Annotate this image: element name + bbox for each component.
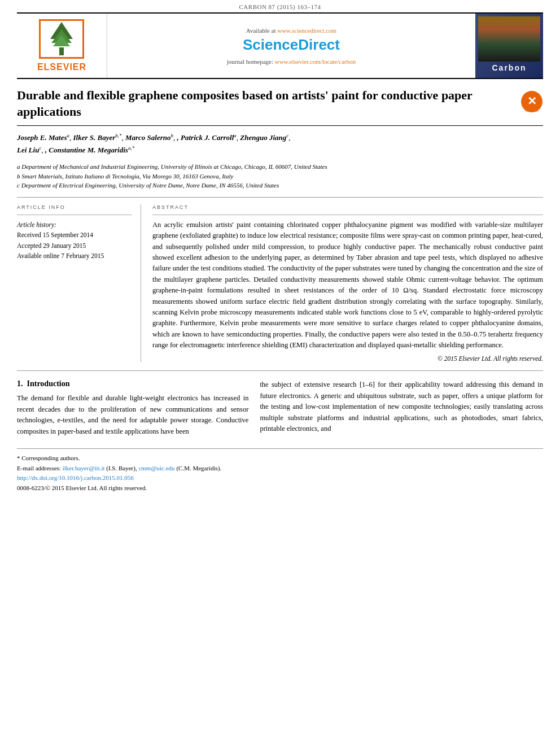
author-patrick-carroll: , Patrick J. Carroll bbox=[177, 134, 234, 142]
svg-text:CrossMark: CrossMark bbox=[525, 109, 539, 112]
main-col-right: the subject of extensive research [1–6] … bbox=[260, 379, 543, 437]
carbon-journal-cover: Carbon bbox=[475, 14, 543, 78]
crossmark-icon[interactable]: ✕ CrossMark bbox=[520, 90, 543, 113]
footer: * Corresponding authors. E-mail addresse… bbox=[17, 448, 543, 493]
journal-citation: CARBON 87 (2015) 163–174 bbox=[0, 0, 560, 12]
affiliation-b: b Smart Materials, Istituto Italiano di … bbox=[17, 172, 543, 181]
section-rule-1 bbox=[17, 215, 132, 215]
svg-text:✕: ✕ bbox=[527, 95, 537, 107]
affiliation-a: a Department of Mechanical and Industria… bbox=[17, 162, 543, 172]
received-date: Received 15 September 2014 bbox=[17, 230, 132, 240]
author-constantine-megaridis: , Constantine M. Megaridis bbox=[45, 146, 128, 155]
elsevier-logo-block: ELSEVIER bbox=[17, 14, 107, 78]
section1-left-body: The demand for flexible and durable ligh… bbox=[17, 393, 248, 437]
carbon-cover-photo bbox=[478, 16, 540, 62]
svg-rect-8 bbox=[82, 19, 84, 59]
author-ilker-bayer: Ilker S. Bayer bbox=[73, 134, 115, 142]
email-label: E-mail addresses: bbox=[17, 465, 61, 471]
abstract-text: An acrylic emulsion artists' paint conta… bbox=[152, 220, 543, 351]
available-at-text: Available at www.sciencedirect.com bbox=[246, 27, 336, 34]
section-rule-2 bbox=[152, 215, 543, 215]
accepted-date: Accepted 29 January 2015 bbox=[17, 241, 132, 251]
corresponding-note: * Corresponding authors. bbox=[17, 453, 543, 464]
svg-rect-7 bbox=[39, 19, 41, 59]
email2-link[interactable]: cmm@uic.edu bbox=[138, 465, 174, 471]
sciencedirect-url[interactable]: www.sciencedirect.com bbox=[277, 27, 336, 34]
section1-number: 1. bbox=[17, 379, 23, 388]
affil-sup-a2: a bbox=[234, 133, 237, 138]
authors-section: Joseph E. Matesa, Ilker S. Bayerb,*, Mar… bbox=[17, 132, 543, 156]
abstract-copyright: © 2015 Elsevier Ltd. All rights reserved… bbox=[152, 355, 543, 362]
abstract-heading: ABSTRACT bbox=[152, 204, 543, 210]
affil-sup-a3: a,* bbox=[128, 145, 134, 151]
email1-link[interactable]: ilker.bayer@iit.it bbox=[63, 465, 105, 471]
article-info-column: ARTICLE INFO Article history: Received 1… bbox=[17, 204, 141, 362]
issn-text: 0008-6223/© 2015 Elsevier Ltd. All right… bbox=[17, 483, 543, 493]
svg-rect-5 bbox=[39, 19, 84, 21]
email2-name: (C.M. Megaridis). bbox=[176, 465, 221, 471]
history-label: Article history: bbox=[17, 220, 132, 230]
author-joseph-mates: Joseph E. Mates bbox=[17, 134, 67, 142]
header-center: Available at www.sciencedirect.com Scien… bbox=[107, 14, 475, 78]
affiliation-c: c Department of Electrical Engineering, … bbox=[17, 181, 543, 190]
article-info-heading: ARTICLE INFO bbox=[17, 204, 132, 210]
email-addresses: E-mail addresses: ilker.bayer@iit.it (I.… bbox=[17, 464, 543, 474]
journal-header: ELSEVIER Available at www.sciencedirect.… bbox=[17, 12, 543, 79]
section1-title: 1. Introduction bbox=[17, 379, 248, 388]
affil-sup-c2: c bbox=[39, 145, 41, 151]
journal-homepage-text: journal homepage: www.elsevier.com/locat… bbox=[227, 58, 356, 65]
carbon-label: Carbon bbox=[492, 63, 527, 72]
carbon-cover-image: Carbon bbox=[475, 14, 543, 78]
elsevier-label: ELSEVIER bbox=[37, 62, 86, 72]
affil-sup-c1: c bbox=[286, 133, 288, 138]
article-title-section: Durable and flexible graphene composites… bbox=[17, 88, 543, 126]
svg-rect-1 bbox=[59, 47, 64, 55]
elsevier-logo: ELSEVIER bbox=[37, 19, 86, 72]
email1-name: (I.S. Bayer), bbox=[106, 465, 137, 471]
main-divider bbox=[17, 370, 543, 371]
article-info-abstract: ARTICLE INFO Article history: Received 1… bbox=[17, 204, 543, 362]
section1-title-text: Introduction bbox=[27, 379, 70, 388]
journal-homepage-url[interactable]: www.elsevier.com/locate/carbon bbox=[275, 58, 356, 65]
main-col-left: 1. Introduction The demand for flexible … bbox=[17, 379, 248, 437]
main-content: 1. Introduction The demand for flexible … bbox=[17, 379, 543, 437]
section1-right-body: the subject of extensive research [1–6] … bbox=[260, 379, 543, 434]
affil-sup-b2: b bbox=[171, 133, 174, 138]
affiliations-section: a Department of Mechanical and Industria… bbox=[17, 162, 543, 198]
available-date: Available online 7 February 2015 bbox=[17, 251, 132, 261]
sciencedirect-brand: ScienceDirect bbox=[243, 36, 340, 54]
author-zhenguo-jiang: Zhenguo Jiang bbox=[240, 134, 286, 142]
affil-sup-b1: b,* bbox=[115, 133, 121, 138]
svg-rect-6 bbox=[39, 57, 84, 59]
article-history: Article history: Received 15 September 2… bbox=[17, 220, 132, 261]
article-title: Durable and flexible graphene composites… bbox=[17, 88, 520, 120]
abstract-column: ABSTRACT An acrylic emulsion artists' pa… bbox=[152, 204, 543, 362]
author-lei-liu: Lei Liu bbox=[17, 146, 39, 155]
author-marco-salerno: Marco Salerno bbox=[125, 134, 171, 142]
affil-sup-a1: a bbox=[67, 133, 69, 138]
doi-link[interactable]: http://dx.doi.org/10.1016/j.carbon.2015.… bbox=[17, 474, 134, 481]
citation-text: CARBON 87 (2015) 163–174 bbox=[239, 3, 321, 10]
elsevier-tree-icon bbox=[39, 19, 84, 59]
